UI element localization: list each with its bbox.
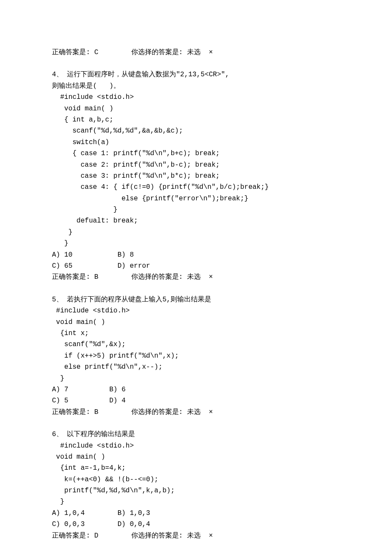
page: 正确答案是: C 你选择的答案是: 未选 × 4、 运行下面程序时，从键盘输入数… xyxy=(0,0,392,555)
q4-options: A) 10 B) 8 C) 65 D) error xyxy=(52,249,343,272)
spacer xyxy=(52,418,343,429)
q3-answer-line: 正确答案是: C 你选择的答案是: 未选 × xyxy=(52,47,343,58)
q6-answer-line: 正确答案是: D 你选择的答案是: 未选 × xyxy=(52,530,343,541)
spacer xyxy=(52,283,343,294)
q6-code: #include <stdio.h> void main( ) {int a=-… xyxy=(52,440,343,508)
q5-answer-line: 正确答案是: B 你选择的答案是: 未选 × xyxy=(52,407,343,418)
spacer xyxy=(52,58,343,69)
q5-code: #include <stdio.h> void main( ) {int x; … xyxy=(52,305,343,384)
q4-code: #include <stdio.h> void main( ) { int a,… xyxy=(52,92,343,249)
q6-options: A) 1,0,4 B) 1,0,3 C) 0,0,3 D) 0,0,4 xyxy=(52,508,343,530)
q5-options: A) 7 B) 6 C) 5 D) 4 xyxy=(52,384,343,407)
q5-title: 5、 若执行下面的程序从键盘上输入5,则输出结果是 xyxy=(52,294,343,305)
q6-title: 6、 以下程序的输出结果是 xyxy=(52,429,343,440)
q4-title: 4、 运行下面程序时，从键盘输入数据为"2,13,5<CR>", 则输出结果是(… xyxy=(52,69,343,92)
q4-answer-line: 正确答案是: B 你选择的答案是: 未选 × xyxy=(52,272,343,283)
